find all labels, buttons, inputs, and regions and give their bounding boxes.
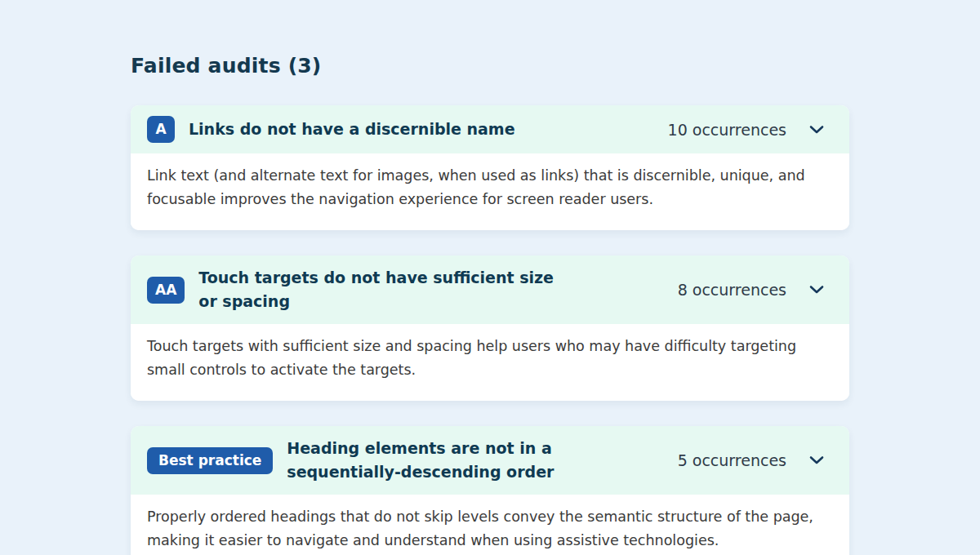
audit-header-heading-order[interactable]: Best practice Heading elements are not i… [131, 426, 849, 495]
audit-title: Links do not have a discernible name [189, 118, 572, 141]
failed-audits-panel: Failed audits (3) A Links do not have a … [0, 0, 980, 555]
audit-description: Touch targets with sufficient size and s… [147, 335, 817, 382]
audit-header-touch-targets[interactable]: AA Touch targets do not have sufficient … [131, 255, 849, 324]
audit-title: Touch targets do not have sufficient siz… [198, 266, 582, 313]
audit-card: Best practice Heading elements are not i… [131, 426, 849, 555]
level-badge: AA [147, 277, 185, 304]
occurrence-count: 5 occurrences [678, 451, 786, 469]
chevron-down-icon[interactable] [808, 282, 825, 298]
audit-body: Properly ordered headings that do not sk… [131, 495, 849, 555]
chevron-down-icon[interactable] [808, 122, 825, 138]
page-title: Failed audits (3) [131, 54, 849, 78]
occurrence-count: 10 occurrences [668, 121, 786, 139]
occurrence-count: 8 occurrences [678, 281, 786, 299]
level-badge: A [147, 116, 175, 143]
audit-card: A Links do not have a discernible name 1… [131, 105, 849, 230]
audit-card: AA Touch targets do not have sufficient … [131, 255, 849, 401]
audit-description: Properly ordered headings that do not sk… [147, 505, 817, 553]
level-badge: Best practice [147, 447, 273, 474]
audit-body: Link text (and alternate text for images… [131, 153, 849, 230]
audit-description: Link text (and alternate text for images… [147, 164, 817, 211]
audit-body: Touch targets with sufficient size and s… [131, 324, 849, 401]
chevron-down-icon[interactable] [808, 452, 825, 468]
audit-title: Heading elements are not in a sequential… [287, 437, 670, 484]
audit-header-links-discernible-name[interactable]: A Links do not have a discernible name 1… [131, 105, 849, 153]
